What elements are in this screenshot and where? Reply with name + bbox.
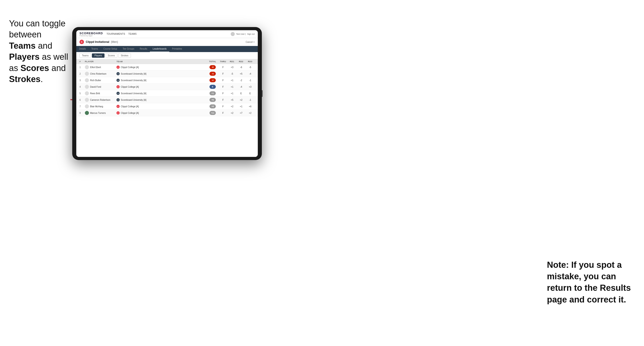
nav-links: TOURNAMENTS TEAMS bbox=[106, 32, 227, 36]
thru-value: F bbox=[218, 66, 228, 68]
col-player: PLAYER bbox=[85, 60, 116, 63]
rd2-value: -6 bbox=[236, 66, 246, 68]
table-row: 1 Elliot Ebert C Clippd College [A] -8 F… bbox=[76, 64, 258, 71]
thru-value: F bbox=[218, 99, 228, 101]
player-pos: 8 bbox=[80, 112, 85, 114]
col-total: TOTAL bbox=[207, 60, 218, 63]
table-row: 8 Marcus Turners C Clippd College [A] +1… bbox=[76, 110, 258, 116]
tab-teams[interactable]: Teams bbox=[89, 46, 101, 52]
rd3-value: E bbox=[246, 92, 254, 95]
table-row: 7 Blair McHarg C Clippd College [A] +8 F… bbox=[76, 103, 258, 110]
rd2-value: +7 bbox=[236, 112, 246, 114]
player-pos: 1 bbox=[80, 66, 85, 68]
team-logo: C bbox=[116, 105, 120, 108]
player-name: Rees Britt bbox=[90, 92, 100, 95]
col-rd1: RD1 bbox=[228, 60, 236, 63]
player-cell: Chris Robertson bbox=[85, 72, 116, 76]
col-rd2: RD2 bbox=[236, 60, 246, 63]
tablet-side-button bbox=[262, 90, 262, 97]
team-cell: S Scoreboard University [A] bbox=[116, 72, 162, 75]
tab-leaderboards[interactable]: Leaderboards bbox=[150, 46, 169, 52]
col-pos: # bbox=[80, 60, 85, 63]
tab-printables[interactable]: Printables bbox=[169, 46, 185, 52]
rd3-value: -1 bbox=[246, 99, 254, 101]
leaderboard-table: # PLAYER TEAM TOTAL THRU RD1 RD2 RD3 1 E… bbox=[76, 59, 258, 157]
rd1-value: +1 bbox=[228, 79, 236, 82]
team-logo: S bbox=[116, 72, 120, 75]
teams-bold: Teams bbox=[9, 41, 36, 50]
player-cell: Marcus Turners bbox=[85, 111, 116, 115]
player-pos: 4 bbox=[80, 86, 85, 88]
team-name: Clippd College [A] bbox=[121, 112, 139, 114]
total-badge: +11 bbox=[210, 111, 216, 115]
subtab-strokes[interactable]: Strokes bbox=[118, 53, 131, 58]
tab-course-setup[interactable]: Course Setup bbox=[101, 46, 120, 52]
player-name: Elliot Ebert bbox=[90, 66, 101, 68]
thru-value: F bbox=[218, 92, 228, 95]
sub-tabs: Teams Players Scores Strokes bbox=[76, 52, 258, 59]
team-cell: S Scoreboard University [A] bbox=[116, 92, 162, 95]
players-bold: Players bbox=[9, 52, 40, 62]
team-logo: S bbox=[116, 79, 120, 82]
tablet-screen: SCOREBOARD Powered by clippd TOURNAMENTS… bbox=[76, 30, 258, 157]
subtab-teams[interactable]: Teams bbox=[80, 53, 91, 58]
team-logo: S bbox=[116, 92, 120, 95]
team-cell: C Clippd College [A] bbox=[116, 85, 162, 88]
team-name: Clippd College [A] bbox=[121, 66, 139, 68]
user-avatar bbox=[231, 32, 235, 36]
thru-value: F bbox=[218, 73, 228, 75]
table-row: 2 Chris Robertson S Scoreboard Universit… bbox=[76, 71, 258, 77]
cancel-button[interactable]: Cancel × bbox=[246, 41, 254, 43]
tab-results[interactable]: Results bbox=[137, 46, 150, 52]
player-avatar bbox=[85, 85, 89, 89]
rd1-value: -5 bbox=[228, 73, 236, 75]
team-name: Scoreboard University [A] bbox=[121, 92, 146, 95]
tab-tee-groups[interactable]: Tee Groups bbox=[120, 46, 137, 52]
tournament-logo: C bbox=[80, 40, 84, 44]
player-cell: Elliot Ebert bbox=[85, 65, 116, 69]
team-cell: C Clippd College [A] bbox=[116, 105, 162, 108]
subtab-players[interactable]: Players bbox=[92, 53, 104, 58]
rd3-value: -1 bbox=[246, 79, 254, 82]
team-cell: S Scoreboard University [A] bbox=[116, 98, 162, 101]
player-avatar bbox=[85, 98, 89, 102]
total-cell: E bbox=[207, 85, 218, 89]
tab-bar: Details Teams Course Setup Tee Groups Re… bbox=[76, 46, 258, 52]
team-logo: C bbox=[116, 66, 120, 69]
player-name: David Ford bbox=[90, 86, 101, 88]
player-pos: 5 bbox=[80, 92, 85, 95]
player-cell: David Ford bbox=[85, 85, 116, 89]
scores-bold: Scores bbox=[20, 63, 49, 73]
player-pos: 2 bbox=[80, 73, 85, 75]
user-label: Test User | bbox=[236, 33, 246, 35]
rd3-value: -4 bbox=[246, 73, 254, 75]
tab-details[interactable]: Details bbox=[76, 46, 89, 52]
total-badge: -2 bbox=[210, 78, 216, 82]
sign-out-link[interactable]: Sign out bbox=[247, 33, 254, 35]
team-logo: S bbox=[116, 98, 120, 101]
player-cell: Rees Britt bbox=[85, 91, 116, 95]
nav-teams[interactable]: TEAMS bbox=[128, 32, 136, 36]
total-cell: -8 bbox=[207, 65, 218, 69]
team-name: Scoreboard University [A] bbox=[121, 99, 146, 101]
nav-tournaments[interactable]: TOURNAMENTS bbox=[106, 32, 125, 36]
tournament-header: C Clippd Invitational (Men) Cancel × bbox=[76, 38, 258, 46]
tournament-name: Clippd Invitational (Men) bbox=[86, 40, 118, 43]
player-name: Marcus Turners bbox=[90, 112, 106, 114]
logo-title: SCOREBOARD bbox=[80, 31, 103, 35]
subtab-scores[interactable]: Scores bbox=[106, 53, 118, 58]
thru-value: F bbox=[218, 112, 228, 114]
rd3-value: +6 bbox=[246, 105, 254, 108]
table-row: 6 Cameron Robertson S Scoreboard Univers… bbox=[76, 97, 258, 103]
thru-value: F bbox=[218, 86, 228, 88]
player-name: Blair McHarg bbox=[90, 105, 103, 108]
player-avatar bbox=[85, 78, 89, 82]
total-cell: +6 bbox=[207, 98, 218, 102]
rd1-value: +2 bbox=[228, 105, 236, 108]
team-name: Scoreboard University [A] bbox=[121, 73, 146, 75]
rd1-value: +2 bbox=[228, 112, 236, 114]
total-badge: +8 bbox=[210, 104, 216, 108]
thru-value: F bbox=[218, 79, 228, 82]
rd3-value: -5 bbox=[246, 66, 254, 68]
thru-value: F bbox=[218, 105, 228, 108]
